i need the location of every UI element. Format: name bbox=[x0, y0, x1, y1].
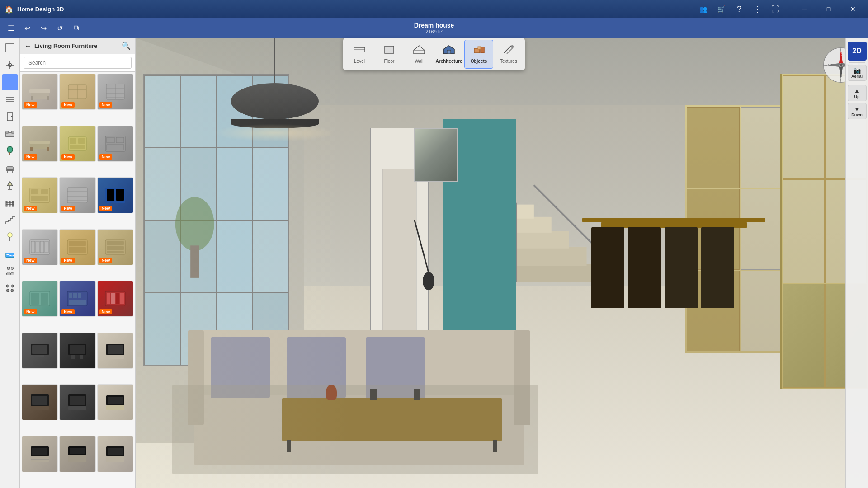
users-button[interactable]: 👥 bbox=[696, 2, 710, 16]
list-item[interactable] bbox=[97, 333, 133, 369]
svg-rect-65 bbox=[30, 143, 49, 149]
sidebar-design[interactable] bbox=[2, 57, 18, 73]
list-item[interactable] bbox=[59, 384, 95, 420]
panel-title: Living Room Furniture bbox=[34, 42, 119, 49]
svg-rect-106 bbox=[78, 293, 81, 298]
list-item[interactable] bbox=[59, 333, 95, 369]
furniture-grid: New New New New bbox=[20, 72, 135, 488]
sidebar-misc[interactable] bbox=[2, 280, 18, 296]
new-badge: New bbox=[61, 206, 75, 211]
list-item[interactable] bbox=[59, 436, 95, 472]
list-item[interactable] bbox=[22, 384, 58, 420]
fullscreen-button[interactable]: ⛶ bbox=[768, 2, 783, 16]
sidebar-sleep[interactable] bbox=[2, 126, 18, 142]
list-item[interactable]: New bbox=[59, 281, 95, 317]
down-button[interactable]: ▼ Down bbox=[848, 103, 867, 119]
toolbar: ☰ ↩ ↪ ↺ ⧉ Dream house 2169 ft² bbox=[0, 18, 868, 38]
svg-rect-39 bbox=[12, 201, 14, 206]
svg-rect-144 bbox=[190, 245, 199, 278]
sidebar-outdoor[interactable] bbox=[2, 229, 18, 245]
svg-rect-131 bbox=[108, 397, 123, 404]
sidebar-door[interactable] bbox=[2, 108, 18, 125]
panel-back-button[interactable]: ← bbox=[24, 42, 32, 50]
list-item[interactable]: New bbox=[97, 229, 133, 265]
list-item[interactable]: New bbox=[97, 126, 133, 162]
sidebar-chair[interactable] bbox=[2, 160, 18, 176]
sidebar-plant[interactable] bbox=[2, 143, 18, 159]
list-item[interactable]: New bbox=[97, 74, 133, 110]
list-item[interactable]: New bbox=[22, 177, 58, 213]
new-badge: New bbox=[24, 206, 37, 211]
svg-marker-3 bbox=[414, 46, 425, 54]
mode-architecture[interactable]: Architecture bbox=[434, 40, 463, 69]
list-item[interactable] bbox=[22, 436, 58, 472]
sidebar-fence[interactable] bbox=[2, 194, 18, 211]
list-item[interactable]: New bbox=[59, 229, 95, 265]
list-item[interactable]: New bbox=[59, 126, 95, 162]
mode-level[interactable]: Level bbox=[345, 40, 374, 69]
new-badge: New bbox=[61, 309, 75, 314]
aerial-button[interactable]: 📷 Aerial bbox=[848, 65, 867, 81]
svg-rect-88 bbox=[30, 240, 50, 254]
panel-search-button[interactable]: 🔍 bbox=[122, 42, 131, 50]
sidebar-layers[interactable] bbox=[2, 91, 18, 108]
svg-rect-30 bbox=[7, 167, 13, 169]
svg-rect-53 bbox=[29, 89, 50, 93]
furniture-panel: ← Living Room Furniture 🔍 New New bbox=[20, 38, 136, 488]
mode-floor[interactable]: Floor bbox=[375, 40, 404, 69]
mode-textures[interactable]: Textures bbox=[494, 40, 523, 69]
sidebar-room[interactable] bbox=[2, 40, 18, 56]
sidebar-people[interactable] bbox=[2, 263, 18, 279]
svg-text:S: S bbox=[840, 74, 842, 78]
history-button[interactable]: ↺ bbox=[52, 21, 67, 35]
list-item[interactable]: New bbox=[22, 281, 58, 317]
sidebar-lamp[interactable] bbox=[2, 177, 18, 193]
sidebar bbox=[0, 38, 20, 488]
svg-rect-94 bbox=[69, 241, 86, 246]
minimize-button[interactable]: ─ bbox=[794, 2, 815, 16]
up-button[interactable]: ▲ Up bbox=[848, 85, 867, 101]
svg-rect-132 bbox=[106, 405, 124, 410]
maximize-button[interactable]: □ bbox=[818, 2, 839, 16]
list-item[interactable]: New bbox=[22, 74, 58, 110]
list-item[interactable]: New bbox=[59, 177, 95, 213]
svg-rect-124 bbox=[32, 396, 47, 405]
list-item[interactable] bbox=[22, 333, 58, 369]
svg-rect-141 bbox=[108, 448, 123, 455]
mode-wall[interactable]: Wall bbox=[405, 40, 434, 69]
undo-button[interactable]: ↩ bbox=[20, 21, 34, 35]
more-button[interactable]: ⋮ bbox=[750, 2, 764, 16]
mode-objects[interactable]: Objects bbox=[464, 40, 493, 69]
search-input[interactable] bbox=[24, 57, 132, 69]
menu-button[interactable]: ☰ bbox=[4, 21, 18, 35]
app-title: Home Design 3D bbox=[17, 6, 64, 13]
list-item[interactable]: New bbox=[22, 126, 58, 162]
svg-rect-78 bbox=[31, 189, 38, 194]
sidebar-pool[interactable] bbox=[2, 246, 18, 262]
sidebar-objects[interactable] bbox=[2, 74, 18, 90]
shop-button[interactable]: 🛒 bbox=[714, 2, 728, 16]
redo-button[interactable]: ↪ bbox=[36, 21, 51, 35]
help-button[interactable]: ? bbox=[732, 2, 746, 16]
duplicate-button[interactable]: ⧉ bbox=[69, 21, 83, 35]
viewport[interactable]: N S W E 2D 📷 Aerial ▲ Up ▼ Down bbox=[136, 38, 868, 488]
svg-point-51 bbox=[11, 289, 14, 292]
new-badge: New bbox=[24, 309, 37, 314]
new-badge: New bbox=[99, 309, 113, 314]
list-item[interactable] bbox=[97, 384, 133, 420]
svg-rect-135 bbox=[31, 456, 49, 462]
list-item[interactable]: New bbox=[97, 177, 133, 213]
view-2d-button[interactable]: 2D bbox=[848, 42, 867, 61]
svg-point-49 bbox=[11, 285, 14, 287]
list-item[interactable] bbox=[97, 436, 133, 472]
svg-rect-99 bbox=[107, 251, 124, 253]
svg-text:N: N bbox=[840, 51, 843, 56]
svg-rect-38 bbox=[9, 201, 10, 206]
down-label: Down bbox=[851, 113, 863, 117]
list-item[interactable]: New bbox=[97, 281, 133, 317]
sidebar-stairs[interactable] bbox=[2, 211, 18, 228]
list-item[interactable]: New bbox=[22, 229, 58, 265]
list-item[interactable]: New bbox=[59, 74, 95, 110]
svg-point-46 bbox=[7, 267, 10, 270]
close-button[interactable]: ✕ bbox=[843, 2, 863, 16]
